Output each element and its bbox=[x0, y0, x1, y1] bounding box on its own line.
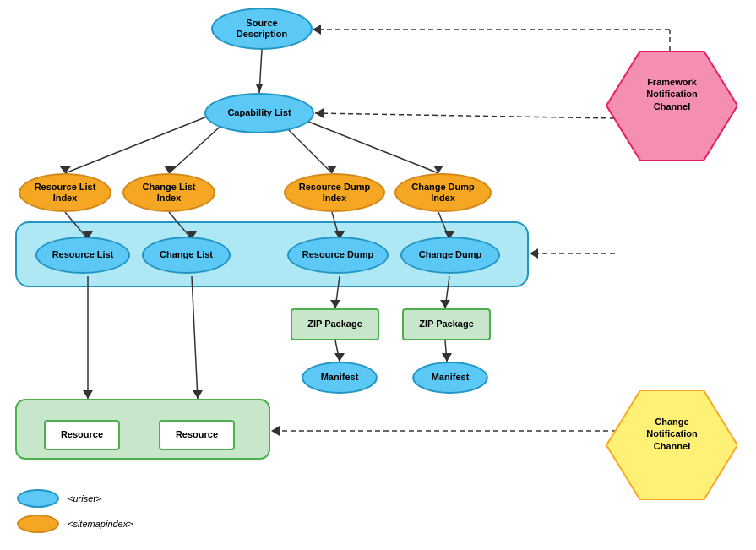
source-description-node: Source Description bbox=[211, 8, 313, 50]
change-dump-label: Change Dump bbox=[419, 249, 482, 260]
framework-notification-hex: FrameworkNotificationChannel bbox=[606, 51, 737, 161]
svg-marker-36 bbox=[271, 426, 280, 436]
legend-uriset-label: <uriset> bbox=[68, 493, 101, 504]
svg-marker-21 bbox=[440, 300, 450, 308]
resource-dump-node: Resource Dump bbox=[287, 237, 389, 274]
resource-list-index-node: Resource List Index bbox=[19, 173, 111, 212]
svg-marker-25 bbox=[442, 353, 452, 362]
change-dump-index-label: Change Dump Index bbox=[411, 182, 475, 204]
resource-dump-label: Resource Dump bbox=[302, 249, 373, 260]
change-dump-node: Change Dump bbox=[400, 237, 500, 274]
resource-dump-index-label: Resource Dump Index bbox=[299, 182, 370, 204]
resource-list-index-label: Resource List Index bbox=[35, 182, 96, 204]
svg-marker-9 bbox=[433, 166, 443, 173]
svg-line-8 bbox=[287, 113, 438, 173]
resource-2-label: Resource bbox=[176, 429, 218, 440]
svg-marker-5 bbox=[164, 166, 176, 173]
change-dump-index-node: Change Dump Index bbox=[394, 173, 492, 212]
svg-marker-34 bbox=[315, 108, 324, 118]
resource-list-label: Resource List bbox=[52, 249, 114, 260]
svg-marker-27 bbox=[83, 390, 93, 399]
resource-1-label: Resource bbox=[61, 429, 103, 440]
change-list-label: Change List bbox=[160, 249, 213, 260]
svg-line-0 bbox=[259, 50, 262, 93]
legend-sitemapindex: <sitemapindex> bbox=[17, 515, 133, 533]
resource-1-node: Resource bbox=[44, 420, 120, 450]
svg-marker-29 bbox=[193, 390, 203, 399]
zip-package-2-node: ZIP Package bbox=[402, 308, 491, 340]
zip-package-1-node: ZIP Package bbox=[291, 308, 379, 340]
manifest-2-label: Manifest bbox=[432, 372, 470, 383]
svg-line-24 bbox=[445, 340, 447, 362]
manifest-1-label: Manifest bbox=[321, 372, 359, 383]
change-notification-hex: ChangeNotificationChannel bbox=[606, 390, 737, 500]
legend-blue-ellipse bbox=[17, 489, 59, 508]
resource-2-node: Resource bbox=[159, 420, 235, 450]
manifest-1-node: Manifest bbox=[302, 362, 378, 394]
svg-line-2 bbox=[65, 113, 215, 173]
legend-sitemapindex-label: <sitemapindex> bbox=[68, 519, 133, 529]
svg-marker-3 bbox=[59, 166, 71, 173]
svg-marker-19 bbox=[330, 300, 340, 308]
diagram-container: Source Description Capability List Resou… bbox=[0, 0, 756, 550]
legend-orange-ellipse bbox=[17, 515, 59, 533]
svg-marker-23 bbox=[334, 353, 345, 362]
source-description-label: Source Description bbox=[237, 18, 288, 40]
capability-list-label: Capability List bbox=[227, 107, 291, 118]
legend: <uriset> <sitemapindex> bbox=[17, 489, 133, 533]
change-list-index-node: Change List Index bbox=[122, 173, 215, 212]
svg-line-22 bbox=[335, 340, 340, 362]
svg-marker-1 bbox=[256, 84, 263, 93]
resource-dump-index-node: Resource Dump Index bbox=[284, 173, 385, 212]
zip-package-2-label: ZIP Package bbox=[419, 319, 474, 329]
change-list-index-label: Change List Index bbox=[143, 182, 196, 204]
zip-package-1-label: ZIP Package bbox=[307, 319, 362, 329]
svg-line-28 bbox=[192, 276, 198, 399]
svg-marker-32 bbox=[313, 25, 321, 35]
svg-line-33 bbox=[315, 113, 615, 118]
svg-marker-7 bbox=[327, 166, 337, 173]
change-list-node: Change List bbox=[142, 237, 231, 274]
capability-list-node: Capability List bbox=[204, 93, 314, 133]
svg-marker-38 bbox=[530, 248, 538, 259]
resource-list-node: Resource List bbox=[35, 237, 130, 274]
legend-uriset: <uriset> bbox=[17, 489, 133, 508]
manifest-2-node: Manifest bbox=[412, 362, 488, 394]
